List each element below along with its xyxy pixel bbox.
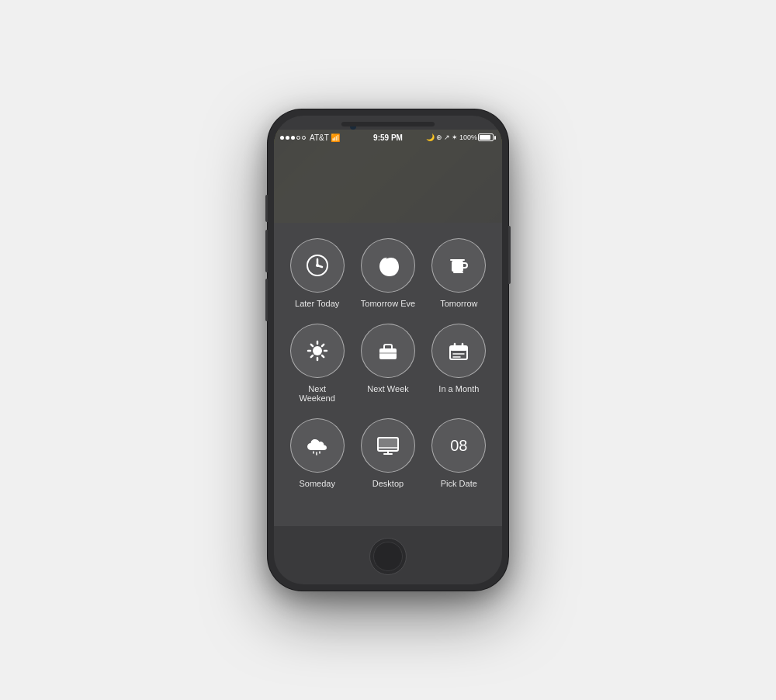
- signal-dot-1: [280, 136, 284, 140]
- someday-label: Someday: [299, 479, 334, 488]
- signal-dot-5: [302, 136, 306, 140]
- clock-icon: [305, 253, 330, 278]
- desktop-label: Desktop: [372, 479, 404, 488]
- battery-fill: [480, 135, 490, 140]
- speaker: [341, 122, 435, 126]
- battery-indicator: 100%: [459, 133, 496, 141]
- svg-point-7: [313, 346, 322, 355]
- svg-line-14: [322, 345, 324, 346]
- moon-icon: 🌙: [426, 133, 435, 141]
- in-a-month-item[interactable]: In a Month: [431, 324, 487, 403]
- next-week-button[interactable]: [361, 324, 415, 378]
- power-button: [508, 226, 511, 284]
- cup-icon: [446, 253, 471, 278]
- svg-line-15: [310, 355, 312, 357]
- date-number: 08: [450, 438, 467, 453]
- wifi-icon: 📶: [331, 133, 340, 142]
- tomorrow-button[interactable]: [431, 238, 486, 293]
- calendar-icon: [446, 338, 471, 363]
- next-weekend-button[interactable]: [290, 324, 345, 378]
- next-week-label: Next Week: [367, 384, 409, 393]
- home-button-inner: [373, 542, 403, 571]
- svg-rect-5: [453, 272, 463, 273]
- svg-rect-4: [452, 261, 463, 272]
- location-icon: ⊕: [436, 133, 442, 141]
- status-right: 🌙 ⊕ ↗ ✶ 100%: [426, 133, 496, 141]
- next-weekend-item[interactable]: Next Weekend: [289, 324, 345, 403]
- briefcase-icon: [376, 338, 400, 363]
- someday-item[interactable]: Someday: [289, 418, 345, 488]
- tomorrow-eve-label: Tomorrow Eve: [361, 299, 415, 308]
- status-left: AT&T 📶: [280, 133, 340, 142]
- volume-up-button: [265, 230, 268, 272]
- signal-dot-3: [291, 136, 295, 140]
- phone-inner: AT&T 📶 9:59 PM 🌙 ⊕ ↗ ✶ 100%: [274, 116, 502, 584]
- screen: AT&T 📶 9:59 PM 🌙 ⊕ ↗ ✶ 100%: [274, 130, 502, 526]
- options-grid: Later Today Tomorrow Eve: [274, 230, 502, 496]
- sun-icon: [305, 338, 330, 363]
- svg-line-12: [310, 345, 312, 346]
- volume-down-button: [265, 279, 268, 321]
- time-label: 9:59 PM: [373, 133, 403, 142]
- pick-date-item[interactable]: 08 Pick Date: [431, 418, 487, 488]
- battery-body: [478, 133, 494, 141]
- later-today-label: Later Today: [295, 299, 339, 308]
- svg-line-13: [322, 355, 324, 357]
- svg-rect-32: [378, 438, 398, 448]
- status-bar: AT&T 📶 9:59 PM 🌙 ⊕ ↗ ✶ 100%: [274, 130, 502, 145]
- battery-tip: [494, 136, 496, 140]
- in-a-month-label: In a Month: [438, 384, 479, 393]
- desktop-item[interactable]: Desktop: [360, 418, 415, 488]
- tomorrow-label: Tomorrow: [440, 299, 477, 308]
- in-a-month-button[interactable]: [431, 324, 486, 378]
- signal-dot-2: [286, 136, 289, 140]
- tomorrow-eve-item[interactable]: Tomorrow Eve: [360, 238, 415, 308]
- pick-date-label: Pick Date: [441, 479, 477, 488]
- phone-frame: AT&T 📶 9:59 PM 🌙 ⊕ ↗ ✶ 100%: [268, 109, 508, 591]
- monitor-icon: [376, 433, 400, 458]
- svg-rect-16: [379, 348, 397, 359]
- svg-rect-19: [450, 346, 467, 351]
- someday-button[interactable]: [290, 418, 345, 473]
- later-today-button[interactable]: [290, 238, 345, 293]
- home-button[interactable]: [369, 538, 407, 575]
- tomorrow-item[interactable]: Tomorrow: [431, 238, 487, 308]
- svg-point-3: [316, 264, 319, 267]
- battery-percent: 100%: [459, 133, 477, 141]
- next-weekend-label: Next Weekend: [289, 384, 345, 403]
- signal-dot-4: [296, 136, 300, 140]
- tomorrow-eve-button[interactable]: [361, 238, 415, 293]
- later-today-item[interactable]: Later Today: [289, 238, 345, 308]
- desktop-button[interactable]: [361, 418, 415, 473]
- bluetooth-icon: ✶: [452, 133, 458, 141]
- arrow-icon: ↗: [444, 133, 450, 141]
- svg-rect-6: [450, 259, 465, 261]
- next-week-item[interactable]: Next Week: [360, 324, 415, 403]
- signal-dots: [280, 136, 306, 140]
- carrier-label: AT&T: [310, 133, 329, 142]
- pick-date-button[interactable]: 08: [431, 418, 486, 473]
- cloud-icon: [305, 433, 330, 458]
- moon-icon: [376, 253, 400, 278]
